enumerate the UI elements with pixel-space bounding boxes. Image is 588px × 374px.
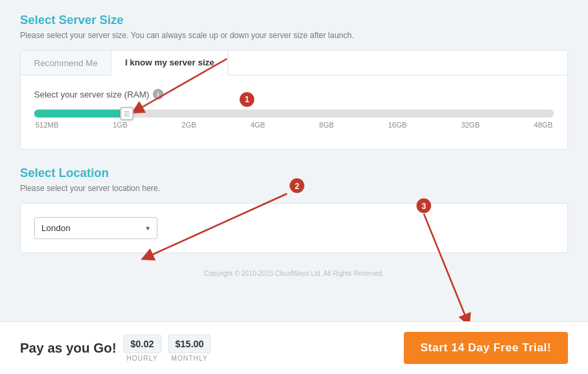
- select-wrapper: London New York Singapore Amsterdam San …: [34, 217, 158, 239]
- tab-know[interactable]: I know my server size: [111, 51, 228, 75]
- main-content: Select Server Size Please select your se…: [0, 0, 588, 337]
- slider-container: 512MB 1GB 2GB 4GB 8GB 16GB 32GB 48GB: [34, 110, 554, 129]
- footer-bar: Pay as you Go! $0.02 HOURLY $15.00 MONTH…: [0, 321, 588, 374]
- pay-info: Pay as you Go! $0.02 HOURLY $15.00 MONTH…: [20, 335, 211, 362]
- tick-32gb: 32GB: [461, 121, 480, 129]
- monthly-period: MONTHLY: [171, 355, 208, 362]
- location-panel: London New York Singapore Amsterdam San …: [20, 203, 568, 253]
- server-size-desc: Please select your server size. You can …: [20, 31, 568, 40]
- annotation-1: 1: [240, 92, 254, 107]
- hourly-price-box: $0.02 HOURLY: [123, 335, 162, 362]
- monthly-price-box: $15.00 MONTHLY: [168, 335, 212, 362]
- server-size-title: Select Server Size: [20, 13, 568, 27]
- pay-label: Pay as you Go!: [20, 341, 117, 356]
- tick-1gb: 1GB: [113, 121, 127, 129]
- tabs-row: Recommend Me I know my server size 1: [21, 51, 567, 75]
- tab-recommend[interactable]: Recommend Me: [21, 51, 111, 75]
- copyright: Copyright © 2010-2015 CloudWays Ltd. All…: [20, 266, 568, 324]
- slider-handle[interactable]: [120, 107, 133, 120]
- page-wrapper: Select Server Size Please select your se…: [0, 0, 588, 337]
- info-icon[interactable]: i: [153, 89, 164, 100]
- location-title: Select Location: [20, 166, 568, 180]
- server-size-panel: Recommend Me I know my server size 1 Sel…: [20, 50, 568, 150]
- tick-4gb: 4GB: [250, 121, 265, 129]
- location-desc: Please select your server location here.: [20, 184, 568, 193]
- monthly-price: $15.00: [168, 335, 212, 353]
- slider-track: [34, 110, 554, 118]
- ram-label: Select your server size (RAM) i: [34, 89, 554, 100]
- location-select[interactable]: London New York Singapore Amsterdam San …: [34, 217, 158, 239]
- trial-button[interactable]: Start 14 Day Free Trial!: [404, 332, 568, 364]
- slider-handle-lines: [124, 112, 129, 116]
- tick-2gb: 2GB: [182, 121, 196, 129]
- hourly-price: $0.02: [123, 335, 162, 353]
- hourly-period: HOURLY: [127, 355, 158, 362]
- tick-512mb: 512MB: [35, 121, 59, 129]
- tick-8gb: 8GB: [319, 121, 334, 129]
- slider-fill: [34, 110, 127, 118]
- slider-ticks: 512MB 1GB 2GB 4GB 8GB 16GB 32GB 48GB: [34, 121, 554, 129]
- tab-content: Select your server size (RAM) i: [21, 75, 567, 149]
- tick-48gb: 48GB: [534, 121, 553, 129]
- tick-16gb: 16GB: [388, 121, 406, 129]
